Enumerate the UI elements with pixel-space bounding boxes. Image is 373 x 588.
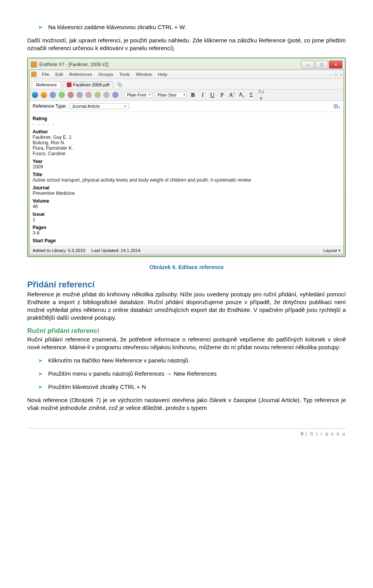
- title-label: Title: [33, 172, 340, 177]
- tool-icon-8[interactable]: [112, 92, 119, 98]
- sec1-paragraph: Reference je možné přidat do knihovny ně…: [27, 290, 346, 322]
- sec2-paragraph2: Nová reference (Obrázek 7) je ve výchozí…: [27, 396, 346, 412]
- page-number: 9: [301, 431, 303, 437]
- tool-icon-6[interactable]: [94, 92, 101, 98]
- menubar: File Edit References Groups Tools Window…: [30, 70, 343, 79]
- app-screenshot: EndNote X7 - [Faulkner, 2009 #2] — ☐ ✕ F…: [27, 58, 346, 257]
- year-label: Year: [33, 159, 340, 164]
- sub-max-icon[interactable]: ☐: [334, 72, 338, 77]
- tab-pdf[interactable]: Faulkner-2009.pdf: [63, 81, 113, 88]
- pages-val[interactable]: 3-8: [33, 230, 340, 236]
- rating-stars[interactable]: • • • • •: [33, 122, 340, 127]
- menu-tools[interactable]: Tools: [119, 72, 130, 77]
- p-button[interactable]: P: [219, 92, 226, 98]
- underline-button[interactable]: U: [209, 92, 216, 98]
- author-val[interactable]: Flora, Parminder K.: [33, 145, 340, 151]
- author-val[interactable]: Faulkner, Guy E. J.: [33, 135, 340, 140]
- arrow-icon: ➤: [38, 383, 43, 391]
- menu-file[interactable]: File: [42, 72, 49, 77]
- bullet-text: Na klávesnici zadáme klávesovou zkratku …: [48, 23, 186, 31]
- author-label: Author: [33, 129, 340, 135]
- layout-button[interactable]: Layout▾: [323, 248, 340, 253]
- reference-fields: Rating • • • • • Author Faulkner, Guy E.…: [30, 112, 343, 246]
- bullet-item: ➤ Na klávesnici zadáme klávesovou zkratk…: [38, 23, 346, 31]
- bullet-item: ➤ Kliknutím na tlačítko New Reference v …: [38, 357, 346, 364]
- bullet-text: Kliknutím na tlačítko New Reference v pa…: [48, 357, 190, 364]
- page-footer: 9 | S t r á n k a: [27, 428, 346, 437]
- rating-label: Rating: [33, 116, 340, 121]
- menu-edit[interactable]: Edit: [56, 72, 63, 77]
- heading-manual-add: Ruční přidání referencí: [27, 327, 346, 335]
- superscript-button[interactable]: A1: [228, 92, 235, 98]
- sigma-button[interactable]: Σ: [248, 92, 255, 98]
- globe-back-icon[interactable]: [32, 92, 38, 98]
- title-val[interactable]: Active school transport, physical activi…: [33, 177, 340, 183]
- arrow-icon: ➤: [38, 357, 43, 364]
- menu-window[interactable]: Window: [136, 72, 152, 77]
- figure-caption: Obrázek 6. Editace reference: [27, 264, 346, 270]
- tool-icon-2[interactable]: [59, 92, 65, 98]
- pages-label: Pages: [33, 225, 340, 230]
- minimize-button[interactable]: —: [301, 61, 314, 68]
- window-titlebar: EndNote X7 - [Faulkner, 2009 #2] — ☐ ✕: [29, 60, 344, 70]
- added-date: Added to Library: 5.3.2010: [33, 248, 85, 253]
- font-select[interactable]: Plain Font: [124, 92, 152, 98]
- bold-button[interactable]: B: [190, 92, 197, 98]
- menu-help[interactable]: Help: [158, 72, 167, 77]
- maximize-button[interactable]: ☐: [315, 61, 328, 68]
- app-icon: [31, 61, 37, 68]
- case-button[interactable]: Aa ▾: [258, 88, 265, 102]
- menu-references[interactable]: References: [69, 72, 92, 77]
- intro-paragraph: Další možností, jak upravit referenci, j…: [27, 37, 346, 52]
- menu-groups[interactable]: Groups: [98, 72, 113, 77]
- arrow-icon: ➤: [38, 23, 43, 31]
- volume-label: Volume: [33, 198, 340, 204]
- page-word: S t r á n k a: [310, 431, 346, 437]
- subscript-button[interactable]: A1: [238, 91, 245, 99]
- gear-icon[interactable]: ⚙▾: [333, 103, 340, 110]
- journal-val[interactable]: Preventive Medicine: [33, 191, 340, 196]
- status-bar: Added to Library: 5.3.2010 Last Updated:…: [30, 246, 343, 255]
- tool-icon-5[interactable]: [85, 92, 92, 98]
- toolbar: Plain Font Plain Size B I U P A1 A1 Σ Aa…: [30, 89, 343, 101]
- volume-val[interactable]: 48: [33, 204, 340, 209]
- size-select[interactable]: Plain Size: [155, 92, 187, 98]
- pin-icon[interactable]: 📎: [117, 82, 123, 88]
- tab-reference[interactable]: Reference: [32, 81, 61, 88]
- tool-icon-7[interactable]: [103, 92, 110, 98]
- bullet-item: ➤ Použitím klávesové zkratky CTRL + N: [38, 383, 346, 391]
- tool-icon-3[interactable]: [68, 92, 74, 98]
- app-logo-icon: [31, 72, 37, 77]
- bullet-text: Použitím klávesové zkratky CTRL + N: [48, 383, 146, 391]
- tool-icon-1[interactable]: [50, 92, 56, 98]
- sub-min-icon[interactable]: –: [329, 72, 332, 77]
- issue-val[interactable]: 1: [33, 217, 340, 222]
- heading-add-references: Přidání referencí: [27, 280, 346, 290]
- pdf-icon: [67, 82, 71, 87]
- sub-close-icon[interactable]: x: [340, 72, 342, 77]
- author-val[interactable]: Fusco, Caroline: [33, 151, 340, 156]
- reference-type-row: Reference Type: Journal Article▾ ⚙▾: [30, 101, 343, 112]
- italic-button[interactable]: I: [199, 92, 206, 98]
- reference-type-dropdown[interactable]: Journal Article▾: [69, 103, 129, 109]
- bullet-item: ➤ Použitím menu v panelu nástrojů Refere…: [38, 370, 346, 378]
- globe-forward-icon[interactable]: [41, 92, 47, 98]
- updated-date: Last Updated: 14.1.2014: [92, 248, 141, 253]
- year-val[interactable]: 2009: [33, 164, 340, 170]
- close-button[interactable]: ✕: [329, 61, 342, 68]
- window-title: EndNote X7 - [Faulkner, 2009 #2]: [39, 62, 108, 67]
- sec2-paragraph: Ruční přidání reference znamená, že potř…: [27, 336, 346, 351]
- reference-type-label: Reference Type:: [33, 103, 67, 109]
- issue-label: Issue: [33, 212, 340, 217]
- tab-bar: Reference Faulkner-2009.pdf 📎: [30, 79, 343, 89]
- tool-icon-4[interactable]: [77, 92, 83, 98]
- journal-label: Journal: [33, 185, 340, 191]
- tab-pdf-label: Faulkner-2009.pdf: [73, 82, 109, 87]
- bullet-text: Použitím menu v panelu nástrojů Referenc…: [48, 370, 217, 378]
- tab-reference-label: Reference: [36, 82, 57, 87]
- author-val[interactable]: Buliung, Ron N.: [33, 140, 340, 145]
- arrow-icon: ➤: [38, 370, 43, 378]
- startpage-label: Start Page: [33, 238, 340, 243]
